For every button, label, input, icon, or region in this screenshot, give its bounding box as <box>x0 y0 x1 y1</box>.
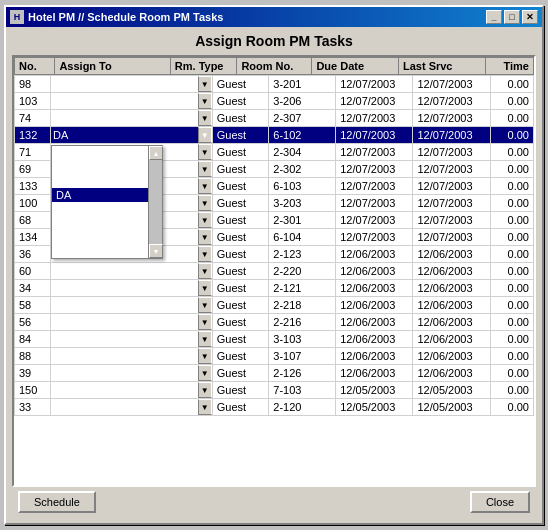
assign-dropdown-button[interactable]: ▼ <box>198 93 212 109</box>
cell-assign[interactable]: ▼ <box>51 348 213 365</box>
table-row[interactable]: 39▼Guest2-12612/06/200312/06/20030.00 <box>15 365 534 382</box>
assign-dropdown-button[interactable]: ▼ <box>198 212 212 228</box>
assign-input-wrapper[interactable]: ▼ <box>51 399 212 415</box>
minimize-button[interactable]: _ <box>486 10 502 24</box>
maximize-button[interactable]: □ <box>504 10 520 24</box>
assign-input-wrapper[interactable]: ▼ <box>51 365 212 381</box>
assign-input-wrapper[interactable]: ▼ <box>51 263 212 279</box>
assign-input-wrapper[interactable]: ▼ <box>51 314 212 330</box>
assign-input-wrapper[interactable]: ▼ <box>51 110 212 126</box>
assign-dropdown-button[interactable]: ▼ <box>198 382 212 398</box>
cell-rmtype: Guest <box>212 348 269 365</box>
cell-duedate: 12/07/2003 <box>336 195 413 212</box>
cell-no: 133 <box>15 178 51 195</box>
cell-assign[interactable]: ▼ <box>51 280 213 297</box>
assign-dropdown-button[interactable]: ▼ <box>198 331 212 347</box>
table-row[interactable]: 132▼ACEATBATHMATDACEDLADLSE1▲▼Guest6-102… <box>15 127 534 144</box>
dropdown-list-item[interactable]: CE <box>52 202 162 216</box>
dropdown-list-item[interactable]: AT <box>52 160 162 174</box>
assign-dropdown-button[interactable]: ▼ <box>198 365 212 381</box>
cell-assign[interactable]: ▼ <box>51 399 213 416</box>
dropdown-list-item[interactable]: DLS <box>52 230 162 244</box>
close-window-button[interactable]: ✕ <box>522 10 538 24</box>
cell-assign[interactable]: ▼ <box>51 297 213 314</box>
cell-time: 0.00 <box>490 314 533 331</box>
scroll-down-button[interactable]: ▼ <box>149 244 163 258</box>
dropdown-list-item[interactable]: ACE <box>52 146 162 160</box>
assign-dropdown-button[interactable]: ▼ <box>198 246 212 262</box>
scroll-up-button[interactable]: ▲ <box>149 146 163 160</box>
table-row[interactable]: 74▼Guest2-30712/07/200312/07/20030.00 <box>15 110 534 127</box>
assign-dropdown-button[interactable]: ▼ <box>198 178 212 194</box>
dropdown-scrollbar[interactable]: ▲▼ <box>148 146 162 258</box>
cell-assign[interactable]: ▼ <box>51 93 213 110</box>
cell-duedate: 12/07/2003 <box>336 178 413 195</box>
assign-input-wrapper[interactable]: ▼ <box>51 382 212 398</box>
table-row[interactable]: 150▼Guest7-10312/05/200312/05/20030.00 <box>15 382 534 399</box>
cell-rmtype: Guest <box>212 178 269 195</box>
assign-input-wrapper[interactable]: ▼ <box>51 127 212 143</box>
table-row[interactable]: 34▼Guest2-12112/06/200312/06/20030.00 <box>15 280 534 297</box>
assign-input[interactable] <box>51 94 198 108</box>
assign-dropdown-button[interactable]: ▼ <box>198 127 212 143</box>
cell-assign[interactable]: ▼ <box>51 76 213 93</box>
schedule-button[interactable]: Schedule <box>18 491 96 513</box>
dropdown-list-item[interactable]: BATHMAT <box>52 174 162 188</box>
cell-assign[interactable]: ▼ <box>51 365 213 382</box>
table-row[interactable]: 33▼Guest2-12012/05/200312/05/20030.00 <box>15 399 534 416</box>
dropdown-list-item[interactable]: DA <box>52 188 162 202</box>
assign-input-wrapper[interactable]: ▼ <box>51 297 212 313</box>
assign-dropdown-button[interactable]: ▼ <box>198 314 212 330</box>
dropdown-list-item[interactable]: E1 <box>52 244 162 258</box>
assign-input-wrapper[interactable]: ▼ <box>51 76 212 92</box>
assign-dropdown-button[interactable]: ▼ <box>198 348 212 364</box>
assign-dropdown-button[interactable]: ▼ <box>198 280 212 296</box>
app-icon: H <box>10 10 24 24</box>
assign-dropdown-button[interactable]: ▼ <box>198 144 212 160</box>
cell-no: 74 <box>15 110 51 127</box>
cell-assign[interactable]: ▼ <box>51 382 213 399</box>
assign-input-wrapper[interactable]: ▼ <box>51 93 212 109</box>
assign-input[interactable] <box>51 128 198 142</box>
assign-input[interactable] <box>51 264 198 278</box>
assign-input[interactable] <box>51 366 198 380</box>
table-row[interactable]: 84▼Guest3-10312/06/200312/06/20030.00 <box>15 331 534 348</box>
assign-input[interactable] <box>51 281 198 295</box>
dropdown-list-item[interactable]: DLA <box>52 216 162 230</box>
assign-input[interactable] <box>51 315 198 329</box>
assign-dropdown-button[interactable]: ▼ <box>198 263 212 279</box>
cell-assign[interactable]: ▼ <box>51 331 213 348</box>
close-button[interactable]: Close <box>470 491 530 513</box>
cell-assign[interactable]: ▼ <box>51 314 213 331</box>
assign-dropdown-button[interactable]: ▼ <box>198 229 212 245</box>
table-body-wrapper[interactable]: 98▼Guest3-20112/07/200312/07/20030.00103… <box>14 75 534 485</box>
assign-input-wrapper[interactable]: ▼ <box>51 348 212 364</box>
assign-input[interactable] <box>51 400 198 414</box>
assign-dropdown-button[interactable]: ▼ <box>198 76 212 92</box>
assign-dropdown-button[interactable]: ▼ <box>198 161 212 177</box>
table-row[interactable]: 88▼Guest3-10712/06/200312/06/20030.00 <box>15 348 534 365</box>
assign-input[interactable] <box>51 111 198 125</box>
cell-roomno: 3-206 <box>269 93 336 110</box>
table-row[interactable]: 103▼Guest3-20612/07/200312/07/20030.00 <box>15 93 534 110</box>
assign-dropdown-button[interactable]: ▼ <box>198 195 212 211</box>
table-row[interactable]: 56▼Guest2-21612/06/200312/06/20030.00 <box>15 314 534 331</box>
assign-input[interactable] <box>51 383 198 397</box>
assign-input-wrapper[interactable]: ▼ <box>51 280 212 296</box>
assign-dropdown-button[interactable]: ▼ <box>198 399 212 415</box>
cell-assign[interactable]: ▼ <box>51 263 213 280</box>
cell-duedate: 12/07/2003 <box>336 93 413 110</box>
assign-dropdown-button[interactable]: ▼ <box>198 110 212 126</box>
assign-dropdown-button[interactable]: ▼ <box>198 297 212 313</box>
table-row[interactable]: 60▼Guest2-22012/06/200312/06/20030.00 <box>15 263 534 280</box>
assign-input[interactable] <box>51 77 198 91</box>
cell-assign[interactable]: ▼ <box>51 110 213 127</box>
assign-input[interactable] <box>51 349 198 363</box>
cell-assign[interactable]: ▼ACEATBATHMATDACEDLADLSE1▲▼ <box>51 127 213 144</box>
assign-dropdown-list[interactable]: ACEATBATHMATDACEDLADLSE1▲▼ <box>51 145 163 259</box>
assign-input[interactable] <box>51 298 198 312</box>
assign-input-wrapper[interactable]: ▼ <box>51 331 212 347</box>
table-row[interactable]: 98▼Guest3-20112/07/200312/07/20030.00 <box>15 76 534 93</box>
table-row[interactable]: 58▼Guest2-21812/06/200312/06/20030.00 <box>15 297 534 314</box>
assign-input[interactable] <box>51 332 198 346</box>
